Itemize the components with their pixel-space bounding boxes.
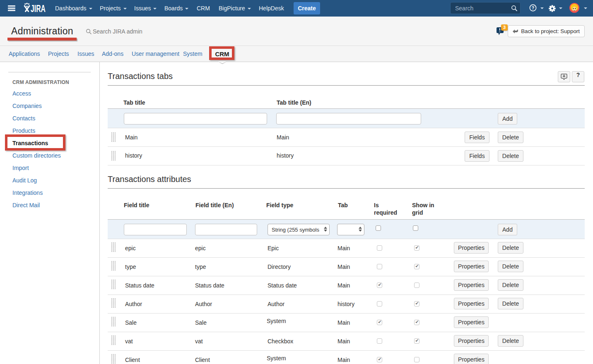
svg-text:?: ? <box>532 5 534 10</box>
svg-text:JIRA: JIRA <box>31 3 46 14</box>
